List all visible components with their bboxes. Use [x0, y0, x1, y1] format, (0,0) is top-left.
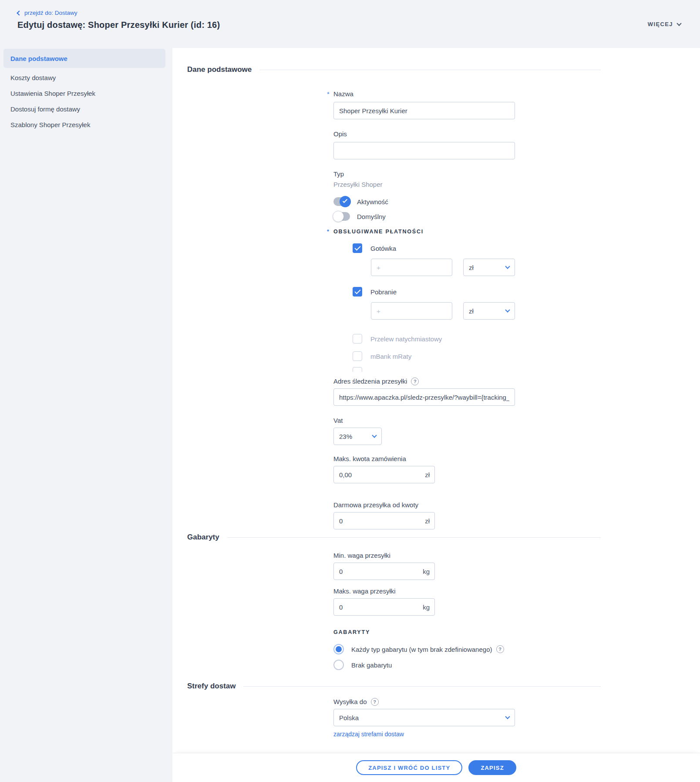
weight-unit: kg: [423, 603, 430, 611]
platnosci-label: * OBSŁUGIWANE PŁATNOŚCI: [333, 228, 515, 235]
nazwa-input[interactable]: [333, 102, 515, 119]
opis-input[interactable]: [333, 142, 515, 159]
typ-label: Typ: [333, 170, 515, 179]
wysylka-do-select[interactable]: Polska: [333, 709, 515, 726]
chevron-down-icon: [676, 21, 681, 26]
save-and-back-button[interactable]: ZAPISZ I WRÓĆ DO LISTY: [356, 760, 462, 775]
min-waga-label: Min. waga przesyłki: [333, 551, 515, 560]
section-strefy-heading: Strefy dostaw: [187, 682, 601, 691]
pobranie-checkbox[interactable]: [353, 287, 362, 297]
min-waga-input[interactable]: [333, 563, 435, 580]
chevron-down-icon: [505, 714, 510, 719]
domyslny-row: Domyślny: [333, 211, 515, 222]
gotowka-fee-input[interactable]: [371, 259, 452, 276]
gabaryt-every-radio[interactable]: [333, 644, 344, 654]
darmowa-label: Darmowa przesyłka od kwoty: [333, 501, 515, 509]
chevron-down-icon: [505, 264, 510, 269]
sidebar-item-dostosuj-forme-dostawy[interactable]: Dostosuj formę dostawy: [3, 101, 165, 117]
pobranie-currency-select[interactable]: zł: [463, 302, 515, 320]
adres-label: Adres śledzenia przesyłki: [333, 377, 407, 386]
page-title: Edytuj dostawę: Shoper Przesyłki Kurier …: [17, 20, 220, 30]
toggle-knob: [333, 211, 344, 222]
sidebar-item-szablony-shoper-przesylek[interactable]: Szablony Shoper Przesyłek: [3, 117, 165, 132]
payment-row-pobranie: Pobranie: [353, 287, 515, 297]
maks-kwota-input[interactable]: [333, 466, 435, 483]
mbank-label: mBank mRaty: [370, 353, 411, 360]
gotowka-fee-row: zł: [371, 259, 515, 276]
chevron-down-icon: [372, 433, 377, 438]
page-header: przejdź do: Dostawy Edytuj dostawę: Shop…: [17, 10, 220, 30]
section-title: Gabaryty: [187, 533, 219, 542]
more-button[interactable]: WIĘCEJ: [648, 21, 681, 27]
darmowa-input[interactable]: [333, 512, 435, 529]
maks-waga-label: Maks. waga przesyłki: [333, 587, 515, 596]
chevron-left-icon: [17, 10, 21, 15]
sidebar-item-ustawienia-shoper-przesylek[interactable]: Ustawienia Shoper Przesyłek: [3, 85, 165, 101]
gotowka-label: Gotówka: [370, 245, 396, 252]
gabaryt-none-radio[interactable]: [333, 660, 344, 670]
toggle-knob: [340, 196, 351, 207]
payment-row-przelew: Przelew natychmiastowy: [353, 334, 515, 344]
payment-row-gotowka: Gotówka: [353, 243, 515, 253]
gabaryt-every-label: Każdy typ gabarytu (w tym brak zdefiniow…: [351, 646, 492, 653]
section-divider: [259, 70, 601, 70]
partial-checkbox[interactable]: [353, 367, 362, 372]
pobranie-fee-input[interactable]: [371, 302, 452, 320]
chevron-down-icon: [505, 307, 510, 312]
nazwa-label: * Nazwa: [333, 90, 515, 98]
wysylka-do-label: Wysyłka do: [333, 698, 367, 706]
aktywnosc-row: Aktywność: [333, 196, 515, 207]
payment-row-mbank: mBank mRaty: [353, 351, 515, 361]
weight-unit: kg: [423, 568, 430, 575]
adres-input[interactable]: [333, 388, 515, 406]
sidebar-item-dane-podstawowe[interactable]: Dane podstawowe: [3, 49, 165, 68]
help-icon[interactable]: ?: [496, 645, 504, 653]
domyslny-toggle[interactable]: [333, 212, 350, 221]
maks-kwota-label: Maks. kwota zamówienia: [333, 455, 515, 463]
breadcrumb[interactable]: przejdź do: Dostawy: [17, 10, 220, 16]
maks-waga-input[interactable]: [333, 598, 435, 616]
section-divider: [227, 537, 601, 538]
gabaryty-group-label: GABARYTY: [333, 629, 515, 636]
sidebar-item-koszty-dostawy[interactable]: Koszty dostawy: [3, 70, 165, 85]
gabaryt-option-every: Każdy typ gabarytu (w tym brak zdefiniow…: [333, 644, 577, 655]
section-gabaryty-heading: Gabaryty: [187, 533, 601, 542]
aktywnosc-toggle[interactable]: [333, 197, 350, 206]
przelew-label: Przelew natychmiastowy: [370, 335, 442, 343]
footer-bar: ZAPISZ I WRÓĆ DO LISTY ZAPISZ: [172, 753, 700, 782]
more-label: WIĘCEJ: [648, 21, 673, 27]
help-icon[interactable]: ?: [371, 698, 379, 706]
section-title: Strefy dostaw: [187, 682, 236, 691]
section-divider: [243, 686, 601, 687]
help-icon[interactable]: ?: [411, 378, 419, 385]
vat-select[interactable]: 23%: [333, 428, 382, 445]
manage-zones-link[interactable]: zarządzaj strefami dostaw: [333, 731, 404, 738]
opis-label: Opis: [333, 130, 515, 138]
aktywnosc-label: Aktywność: [357, 198, 388, 206]
domyslny-label: Domyślny: [357, 213, 386, 220]
sidebar: Dane podstawowe Koszty dostawy Ustawieni…: [3, 49, 165, 132]
section-dane-podstawowe-heading: Dane podstawowe: [187, 65, 601, 74]
pobranie-label: Pobranie: [370, 288, 397, 296]
payment-row-partial: [333, 367, 515, 372]
save-button[interactable]: ZAPISZ: [468, 760, 516, 775]
currency-unit: zł: [425, 471, 430, 479]
vat-label: Vat: [333, 416, 515, 425]
gabaryt-none-label: Brak gabarytu: [351, 661, 392, 669]
przelew-checkbox[interactable]: [353, 334, 362, 344]
gabaryt-option-none: Brak gabarytu: [333, 659, 515, 671]
typ-value: Przesyłki Shoper: [333, 180, 515, 189]
breadcrumb-label: przejdź do: Dostawy: [24, 10, 77, 16]
pobranie-fee-row: zł: [371, 302, 515, 320]
main-panel: Dane podstawowe * Nazwa Opis Typ Przesył…: [172, 48, 700, 753]
currency-unit: zł: [425, 517, 430, 525]
gotowka-checkbox[interactable]: [353, 243, 362, 253]
check-icon: [343, 198, 347, 203]
gotowka-currency-select[interactable]: zł: [463, 259, 515, 276]
section-title: Dane podstawowe: [187, 65, 252, 74]
mbank-checkbox[interactable]: [353, 351, 362, 361]
